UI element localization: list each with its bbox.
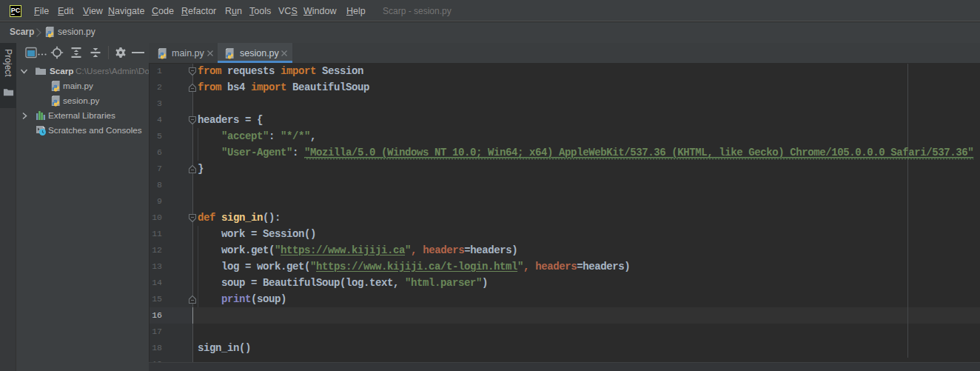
svg-text:PC: PC [11, 7, 21, 14]
